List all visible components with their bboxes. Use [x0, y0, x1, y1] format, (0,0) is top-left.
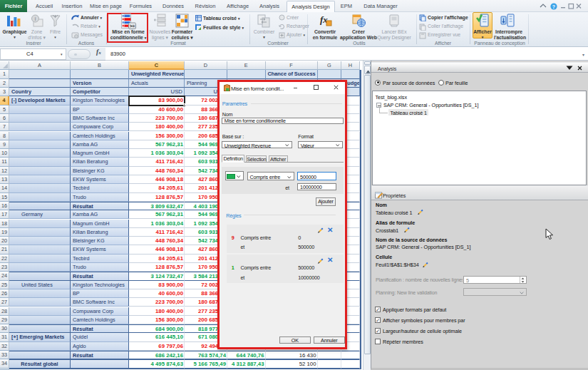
svg-text:>=: >=: [130, 24, 135, 29]
svg-text:?: ?: [552, 4, 555, 9]
svg-text:i: i: [34, 16, 36, 22]
